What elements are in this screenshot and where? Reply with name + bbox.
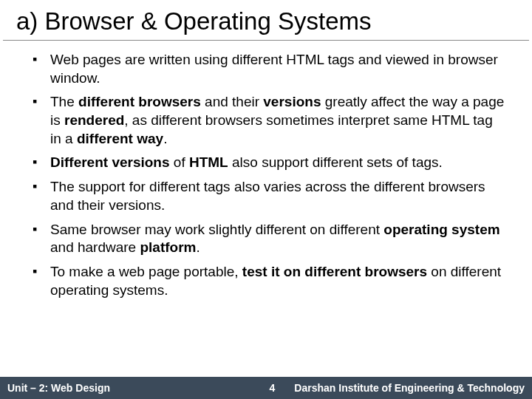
text-run: Web pages are written using different HT… <box>50 52 498 86</box>
bold-text: platform <box>140 239 196 255</box>
bullet-item: Same browser may work slightly different… <box>33 221 505 257</box>
bold-text: Different versions <box>50 154 170 170</box>
bold-text: test it on different browsers <box>242 264 427 279</box>
slide-content: Web pages are written using different HT… <box>0 41 532 299</box>
bullet-list: Web pages are written using different HT… <box>33 51 505 299</box>
bold-text: HTML <box>189 154 228 170</box>
footer-institute: Darshan Institute of Engineering & Techn… <box>294 382 532 394</box>
bullet-item: The different browsers and their version… <box>33 93 505 148</box>
text-run: of <box>170 154 189 170</box>
bold-text: different way <box>77 131 163 146</box>
bullet-item: To make a web page portable, test it on … <box>33 263 505 299</box>
footer-page-number: 4 <box>250 382 295 394</box>
bullet-item: Different versions of HTML also support … <box>33 154 505 172</box>
text-run: and hardware <box>50 239 140 255</box>
text-run: . <box>163 131 167 146</box>
text-run: To make a web page portable, <box>50 264 242 279</box>
slide: a) Browser & Operating Systems Web pages… <box>0 0 532 399</box>
bold-text: different browsers <box>78 94 201 109</box>
text-run: Same browser may work slightly different… <box>50 222 383 237</box>
footer-bar: Unit – 2: Web Design 4 Darshan Institute… <box>0 377 532 399</box>
footer-unit: Unit – 2: Web Design <box>0 382 110 394</box>
bullet-item: Web pages are written using different HT… <box>33 51 505 87</box>
bullet-item: The support for different tags also vari… <box>33 178 505 214</box>
text-run: and their <box>201 94 264 109</box>
bold-text: operating system <box>383 222 499 237</box>
text-run: . <box>196 239 200 255</box>
slide-title: a) Browser & Operating Systems <box>3 0 529 41</box>
text-run: also support different sets of tags. <box>228 154 443 170</box>
text-run: The <box>50 94 78 109</box>
text-run: The support for different tags also vari… <box>50 179 485 213</box>
bold-text: versions <box>263 94 321 109</box>
bold-text: rendered <box>64 112 124 128</box>
